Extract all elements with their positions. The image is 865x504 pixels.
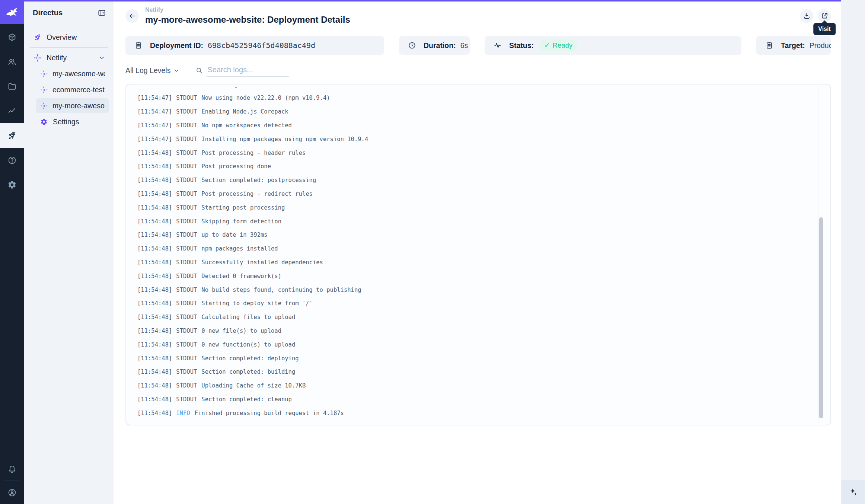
log-line: [11:54:48]INFOFinished processing build … [137,406,808,420]
log-timestamp: [11:54:48] [137,341,172,348]
log-level: STDOUT [176,163,197,170]
netlify-node-icon: n [40,102,47,109]
log-message: Detected 0 framework(s) [201,273,281,280]
log-level: STDOUT [176,204,197,211]
status-text: Ready [553,41,572,50]
module-content[interactable] [0,25,24,50]
module-bar [0,0,24,504]
log-timestamp: [11:54:48] [137,314,172,320]
sidebar-item-my-awesome-website[interactable]: n my-awesome-we... [36,66,109,81]
log-level: STDOUT [176,396,197,403]
log-message: Post processing - header rules [201,150,306,156]
gear-icon [7,180,17,189]
chevron-down-icon [173,67,180,74]
visit-tooltip: Visit [813,23,836,35]
log-line: [11:54:48]STDOUTPost processing done [137,160,808,173]
log-message: Now using node v22.22.0 (npm v10.9.4) [201,95,330,101]
log-timestamp: [11:54:48] [137,232,172,238]
log-search [195,66,289,77]
log-level: STDOUT [176,177,197,184]
log-scrollbar-thumb[interactable] [819,217,823,418]
sidebar-item-label: Overview [47,33,77,42]
log-message: Post processing - redirect rules [201,191,313,197]
log-level: STDOUT [176,382,197,389]
log-message: No npm workspaces detected [201,122,292,129]
search-icon [195,67,203,74]
module-help[interactable] [0,148,24,172]
user-menu-button[interactable] [0,481,24,504]
sidebar-item-ecommerce-test[interactable]: n ecommerce-test [36,82,109,97]
log-level: STDOUT [176,287,197,293]
module-users[interactable] [0,50,24,74]
ai-assistant-button[interactable] [841,480,865,504]
log-line: [11:54:48]STDOUTStarting post processing [137,201,808,214]
log-level: STDOUT [176,122,197,129]
chevron-down-icon[interactable] [98,54,105,61]
log-timestamp: [11:54:48] [137,410,172,417]
log-message: Finished processing build request in 4.1… [195,410,344,417]
clipboard-icon [765,41,773,50]
collapse-sidebar-button[interactable] [98,9,106,17]
deployment-info-cards: Deployment ID: 698cb4525946f5d4088ac49d … [125,36,831,55]
sidebar-item-overview[interactable]: Overview [29,30,109,45]
insights-icon [7,106,17,116]
log-timestamp: [11:54:47] [137,122,172,129]
navigation-sidebar: Directus Overview n [24,0,114,504]
log-scrollbar-track[interactable] [818,86,824,423]
module-insights[interactable] [0,99,24,123]
log-timestamp: [11:54:48] [137,245,172,252]
log-level: STDOUT [176,369,197,375]
module-settings[interactable] [0,172,24,197]
download-icon [803,12,811,20]
svg-text:n: n [42,87,45,92]
log-level: STDOUT [176,95,197,101]
log-timestamp: [11:54:48] [137,328,172,334]
log-line: [11:54:48]STDOUTPost processing - header… [137,146,808,160]
account-icon [7,488,17,497]
sidebar-item-my-more-awesome-website[interactable]: n my-more-aweso... [36,98,109,113]
module-files[interactable] [0,74,24,99]
log-output-panel[interactable]: [11:54:47]STDOUTNow using node v22.22.0 … [125,84,831,425]
log-line: [11:54:48]STDOUTStarting to deploy site … [137,297,808,310]
log-level-dropdown[interactable]: All Log Levels [125,66,180,77]
log-message: up to date in 392ms [201,232,267,238]
deployment-id-card: Deployment ID: 698cb4525946f5d4088ac49d [125,36,384,55]
check-icon: ✓ [544,41,550,50]
log-level-dropdown-value: All Log Levels [125,66,170,75]
log-message: Skipping form detection [201,218,281,225]
card-label: Duration: [424,41,456,50]
notifications-button[interactable] [0,457,24,481]
activity-icon [494,41,502,50]
sidebar-group-netlify[interactable]: n Netlify [29,50,109,65]
log-message: Post processing done [201,163,271,170]
log-level: STDOUT [176,314,197,320]
bell-icon [7,465,17,474]
folder-icon [7,82,17,91]
log-timestamp: [11:54:48] [137,204,172,211]
log-filters: All Log Levels [125,64,831,77]
log-line: [11:54:48]STDOUTSection completed: build… [137,365,808,379]
title-block: Netlify my-more-awesome-website: Deploym… [145,7,350,25]
clipboard-icon [134,41,143,50]
log-level: STDOUT [176,218,197,225]
directus-logo[interactable] [0,0,24,24]
rocket-icon [33,34,41,41]
top-accent-bar [24,0,841,1]
download-button[interactable] [800,9,813,23]
log-timestamp: [11:54:48] [137,177,172,184]
log-message: Section completed: building [201,369,295,375]
sidebar-item-label: Settings [53,118,79,126]
module-netlify[interactable] [0,123,24,148]
sidebar-item-settings[interactable]: Settings [36,114,109,129]
log-line: [11:54:48]STDOUTSection completed: clean… [137,393,808,406]
header-actions [800,9,831,23]
help-icon [7,156,17,165]
status-card: Status: ✓ Ready [485,36,741,55]
project-title: Directus [33,9,98,17]
log-timestamp: [11:54:48] [137,369,172,375]
log-level: STDOUT [176,273,197,280]
back-button[interactable] [125,9,139,23]
search-input[interactable] [207,66,289,77]
log-line: [11:54:47]STDOUTInstalling npm packages … [137,132,808,146]
log-level: STDOUT [176,136,197,143]
